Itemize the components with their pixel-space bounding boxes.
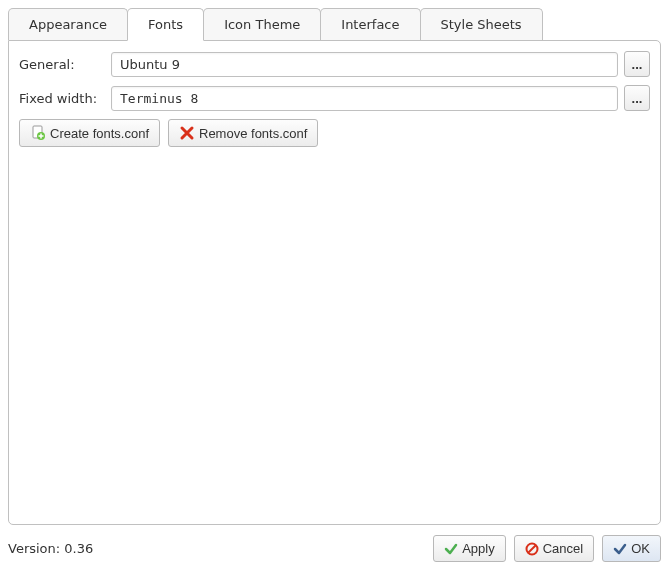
tab-interface[interactable]: Interface bbox=[320, 8, 420, 40]
tab-icon-theme[interactable]: Icon Theme bbox=[203, 8, 321, 40]
tab-fonts[interactable]: Fonts bbox=[127, 8, 204, 41]
remove-fonts-conf-button[interactable]: Remove fonts.conf bbox=[168, 119, 318, 147]
fixed-font-browse-button[interactable]: ... bbox=[624, 85, 650, 111]
create-fonts-conf-label: Create fonts.conf bbox=[50, 126, 149, 141]
tab-style-sheets[interactable]: Style Sheets bbox=[420, 8, 543, 40]
tab-row: Appearance Fonts Icon Theme Interface St… bbox=[8, 8, 661, 40]
ok-check-icon bbox=[613, 542, 627, 556]
check-icon bbox=[444, 542, 458, 556]
apply-label: Apply bbox=[462, 541, 495, 556]
footer-buttons: Apply Cancel OK bbox=[433, 535, 661, 562]
cancel-button[interactable]: Cancel bbox=[514, 535, 594, 562]
general-font-browse-button[interactable]: ... bbox=[624, 51, 650, 77]
remove-fonts-conf-label: Remove fonts.conf bbox=[199, 126, 307, 141]
apply-button[interactable]: Apply bbox=[433, 535, 506, 562]
fixed-font-row: Fixed width: ... bbox=[19, 85, 650, 111]
cancel-icon bbox=[525, 542, 539, 556]
ok-button[interactable]: OK bbox=[602, 535, 661, 562]
fonts-panel: General: ... Fixed width: ... Create fon… bbox=[8, 40, 661, 525]
cancel-label: Cancel bbox=[543, 541, 583, 556]
footer-bar: Version: 0.36 Apply Cancel bbox=[8, 525, 661, 562]
create-fonts-conf-button[interactable]: Create fonts.conf bbox=[19, 119, 160, 147]
fixed-font-input[interactable] bbox=[111, 86, 618, 111]
version-label: Version: 0.36 bbox=[8, 541, 93, 556]
svg-line-3 bbox=[528, 545, 536, 553]
tab-container: Appearance Fonts Icon Theme Interface St… bbox=[8, 8, 661, 525]
general-font-input[interactable] bbox=[111, 52, 618, 77]
general-label: General: bbox=[19, 57, 105, 72]
document-add-icon bbox=[30, 125, 46, 141]
ok-label: OK bbox=[631, 541, 650, 556]
fonts-conf-buttons: Create fonts.conf Remove fonts.conf bbox=[19, 119, 650, 147]
tab-appearance[interactable]: Appearance bbox=[8, 8, 128, 40]
fixed-label: Fixed width: bbox=[19, 91, 105, 106]
general-font-row: General: ... bbox=[19, 51, 650, 77]
remove-icon bbox=[179, 125, 195, 141]
